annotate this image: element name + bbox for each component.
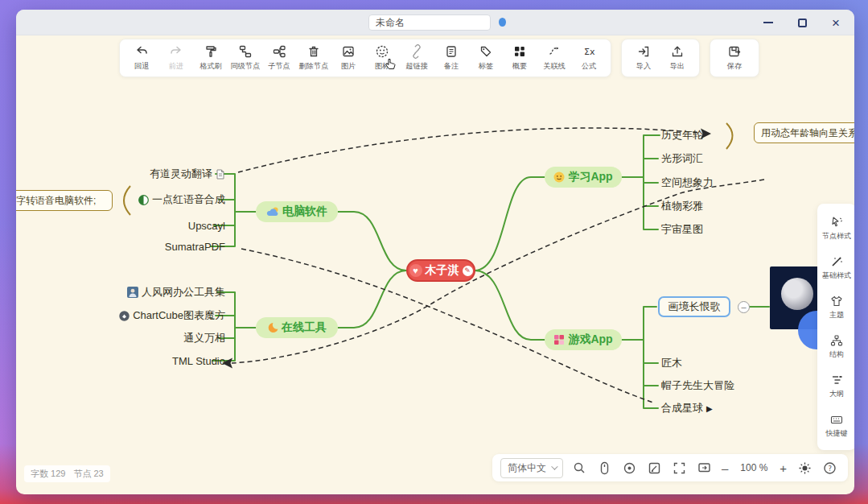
delete-node-button[interactable]: 删除节点 (297, 44, 331, 72)
presentation-button[interactable] (695, 459, 713, 477)
save-icon (727, 44, 742, 59)
sibling-node-button[interactable]: 同级节点 (228, 44, 262, 72)
format-painter-button[interactable]: 格式刷 (193, 44, 228, 72)
sidebar-item-theme[interactable]: 主题 (829, 295, 845, 320)
sidebar-item-structure[interactable]: 结构 (829, 334, 845, 360)
node-youdao-translate[interactable]: 有道灵动翻译 (32, 166, 225, 182)
style-sidebar: 节点样式 基础样式 主题 结构 大纲 快捷键 (817, 204, 854, 450)
sidebar-item-outline[interactable]: 大纲 (829, 374, 845, 399)
collapse-button[interactable]: – (738, 301, 750, 313)
branch-study-app[interactable]: 学习App (545, 167, 622, 188)
node-spatial-imagination[interactable]: 空间想象力 (661, 175, 714, 191)
node-history-rings[interactable]: 历史年轮 (661, 127, 703, 143)
node-vocab[interactable]: 光形词汇 (661, 151, 703, 167)
help-button[interactable]: ? (821, 459, 838, 477)
fit-view-button[interactable] (670, 459, 688, 477)
image-label: 图片 (340, 61, 355, 72)
search-button[interactable] (570, 459, 588, 477)
minimize-button[interactable] (761, 15, 775, 30)
branch-online-tools[interactable]: 在线工具 (256, 317, 338, 338)
root-node[interactable]: ♥ 木子淇 ✎ (406, 259, 475, 282)
image-button[interactable]: 图片 (331, 44, 365, 72)
child-node-button[interactable]: 子节点 (262, 44, 297, 72)
zoom-out-button[interactable]: – (720, 461, 730, 475)
node-merge-planet[interactable]: 合成星球 ▶ (661, 400, 713, 416)
maximize-button[interactable] (795, 15, 809, 30)
export-button[interactable]: 导出 (660, 44, 694, 72)
import-button[interactable]: 导入 (627, 44, 660, 72)
node-upscayl[interactable]: Upscayl (32, 217, 225, 233)
branch-label: 电脑软件 (282, 204, 327, 219)
save-button[interactable]: 保存 (718, 44, 752, 72)
node-tongyi-wanxiang[interactable]: 通义万相 (32, 330, 225, 346)
export-icon (670, 44, 685, 59)
hand-cursor-icon (385, 58, 396, 71)
formula-button[interactable]: Σx 公式 (571, 44, 606, 72)
keyboard-icon (830, 413, 843, 426)
note-left[interactable]: 文字转语音电脑软件; (16, 190, 113, 211)
close-button[interactable]: × (829, 15, 843, 30)
zoom-in-button[interactable]: + (778, 461, 788, 475)
hyperlink-button[interactable]: 超链接 (400, 44, 434, 72)
document-title-input[interactable] (368, 14, 491, 31)
redo-button[interactable]: 前进 (159, 44, 194, 72)
hyperlink-label: 超链接 (405, 61, 428, 72)
node-style-icon (830, 216, 843, 229)
save-label: 保存 (727, 61, 742, 72)
node-label: Upscayl (188, 220, 225, 232)
note-button[interactable]: 备注 (434, 44, 468, 72)
node-label: TML Studio (172, 355, 225, 367)
tag-button[interactable]: 标签 (468, 44, 503, 72)
word-count-label: 字数 (31, 469, 48, 478)
sidebar-item-shortcuts[interactable]: 快捷键 (825, 413, 849, 439)
branch-label: 学习App (568, 170, 612, 184)
formula-label: 公式 (582, 61, 596, 72)
locate-center-button[interactable] (620, 459, 638, 477)
sidebar-item-node-style[interactable]: 节点样式 (821, 216, 853, 242)
note-text: 用动态年龄轴向呈关系看历史 (761, 126, 854, 140)
import-label: 导入 (636, 61, 651, 72)
cloud-icon (266, 206, 279, 217)
node-label: 帽子先生大冒险 (661, 378, 734, 393)
branch-game-app[interactable]: 游戏App (545, 329, 622, 350)
redo-icon (169, 44, 183, 59)
language-select[interactable]: 简体中文 (500, 458, 563, 478)
sidebar-item-basic-style[interactable]: 基础样式 (821, 255, 853, 281)
node-office-toolset[interactable]: 人风网办公工具集 (32, 284, 225, 300)
node-changhenge-selected[interactable]: 画境长恨歌 (658, 296, 730, 317)
node-label: 宇宙星图 (661, 222, 703, 237)
relation-line-button[interactable]: 关联线 (537, 44, 572, 72)
smiley-icon (375, 44, 389, 59)
branch-computer-software[interactable]: 电脑软件 (256, 201, 338, 222)
relation-line-icon (547, 44, 562, 59)
desktop-background: × 回退 前进 格式刷 同级节点 子节点 删除节点 图片 (0, 0, 868, 504)
export-label: 导出 (670, 61, 685, 72)
structure-icon (830, 334, 843, 347)
window-controls: × (761, 10, 843, 35)
svg-text:Σx: Σx (584, 47, 595, 57)
mouse-mode-button[interactable] (595, 459, 613, 477)
edit-mode-button[interactable] (645, 459, 663, 477)
node-count-value: 23 (93, 469, 103, 478)
image-icon (341, 44, 356, 59)
note-right[interactable]: 用动态年龄轴向呈关系看历史 (754, 122, 854, 143)
node-jiangmu[interactable]: 匠木 (661, 355, 682, 371)
node-tml-studio[interactable]: TML Studio (32, 353, 225, 369)
node-star-map[interactable]: 宇宙星图 (661, 221, 703, 238)
node-plant[interactable]: 植物彩雅 (661, 198, 703, 214)
undo-button[interactable]: 回退 (125, 44, 159, 72)
node-mr-hat-adventure[interactable]: 帽子先生大冒险 (661, 378, 734, 394)
node-chartcube[interactable]: ChartCube图表魔方 (32, 308, 225, 324)
sidebar-item-label: 主题 (829, 309, 844, 320)
close-icon: × (832, 16, 840, 30)
theme-toggle-button[interactable] (796, 459, 813, 477)
relation-line-label: 关联线 (543, 61, 566, 72)
edit-pen-icon: ✎ (463, 266, 473, 276)
node-sumatrapdf[interactable]: SumatraPDF (32, 238, 225, 254)
half-circle-icon (138, 195, 149, 205)
import-icon (636, 44, 651, 59)
node-label: ChartCube图表魔方 (133, 308, 225, 323)
node-label: 植物彩雅 (661, 199, 703, 213)
summary-button[interactable]: 概要 (503, 44, 537, 72)
node-label: 一点红语音合成 (152, 192, 225, 207)
